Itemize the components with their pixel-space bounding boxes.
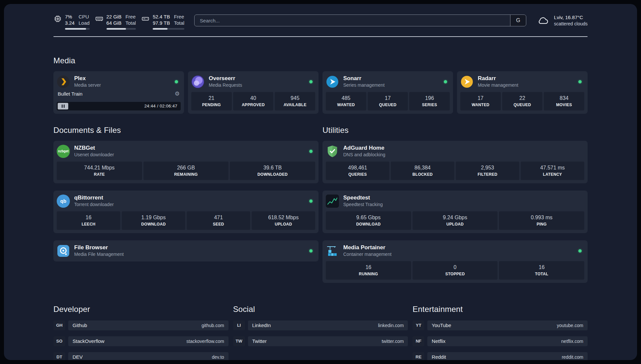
status-dot [578, 80, 582, 83]
nzbget-card-header: nzbget NZBGet Usenet downloader [57, 144, 315, 159]
stat-download: 9.65 Gbps DOWNLOAD [326, 211, 411, 230]
nzbget-card[interactable]: nzbget NZBGet Usenet downloader 744.21 M… [53, 141, 319, 183]
qbittorrent-titles: qBittorrent Torrent downloader [74, 195, 114, 207]
stat-blocked: 86,384 BLOCKED [391, 162, 454, 180]
bookmark-twitter[interactable]: TW Twitter twitter.com [233, 336, 408, 346]
stat-total: 16 TOTAL [499, 261, 584, 280]
bookmark-netflix[interactable]: NF Netflix netflix.com [412, 336, 588, 346]
plex-player-bar[interactable]: 24:44 / 02:06:47 [57, 102, 181, 110]
cpu-load: 3.24 [65, 20, 75, 26]
bookmark-domain: reddit.com [562, 354, 583, 360]
service-desc: Speedtest Tracking [343, 202, 383, 207]
speedtest-graph-icon [326, 195, 339, 208]
service-name: NZBGet [74, 145, 114, 151]
overseerr-card-header: Overseerr Media Requests [191, 75, 315, 89]
media-card-grid: Plex Media server Bullet Train ⚙ 24:44 /… [53, 71, 588, 114]
now-playing-time: 24:44 / 02:06:47 [144, 104, 181, 108]
utilities-column: Utilities [322, 126, 588, 283]
stat-queries: 498,461 QUERIES [326, 162, 389, 180]
bookmark-name: YouTube [432, 322, 451, 328]
search-provider-button[interactable]: G [510, 15, 526, 26]
bookmark-domain: netflix.com [561, 339, 583, 344]
service-desc: Movie management [478, 82, 518, 88]
bookmark-domain: github.com [201, 323, 224, 328]
radarr-card[interactable]: Radarr Movie management 17 WANTED 22 QUE… [457, 71, 588, 114]
status-dot [309, 199, 313, 203]
filebrowser-card[interactable]: File Browser Media File Management [53, 240, 319, 261]
bookmark-pill: Twitter twitter.com [248, 336, 408, 346]
service-desc: Media File Management [74, 252, 124, 257]
service-desc: DNS and adblocking [343, 152, 385, 158]
stat-value: 17 [385, 95, 391, 101]
service-name: Overseerr [209, 75, 242, 82]
disk-label-1: Free [174, 14, 184, 20]
stat-label: STOPPED [445, 272, 465, 276]
bookmark-pill: YouTube youtube.com [427, 320, 588, 330]
pause-button[interactable] [58, 103, 68, 109]
gear-icon[interactable]: ⚙ [175, 91, 180, 97]
plex-icon [57, 75, 70, 88]
bookmark-dev[interactable]: DT DEV dev.to [53, 352, 229, 360]
disk-free: 52.4 TB [153, 14, 170, 20]
plex-titles: Plex Media server [74, 75, 101, 88]
cpu-widget: 7% CPU 3.24 Load [53, 14, 90, 30]
plex-card[interactable]: Plex Media server Bullet Train ⚙ 24:44 /… [53, 71, 184, 114]
bookmark-github[interactable]: GH Github github.com [53, 320, 229, 330]
filebrowser-icon [57, 244, 70, 258]
search-input[interactable] [195, 15, 510, 26]
stat-label: UPLOAD [446, 222, 464, 227]
weather-condition: scattered clouds [554, 21, 588, 27]
overseerr-titles: Overseerr Media Requests [209, 75, 242, 88]
section-title-developer: Developer [53, 305, 229, 314]
status-dot [309, 150, 313, 153]
qbittorrent-stats: 16 LEECH 1.19 Gbps DOWNLOAD 471 SEED [57, 211, 315, 230]
bookmark-stackoverflow[interactable]: SO StackOverflow stackoverflow.com [53, 336, 229, 346]
sonarr-titles: Sonarr Series management [343, 75, 384, 88]
stat-approved: 40 APPROVED [233, 92, 274, 110]
radarr-card-header: Radarr Movie management [460, 75, 584, 89]
bookmark-linkedin[interactable]: LI LinkedIn linkedin.com [233, 320, 408, 330]
adguard-card-header: AdGuard Home DNS and adblocking [326, 144, 584, 159]
stat-value: 40 [250, 95, 256, 101]
bookmark-name: Reddit [432, 354, 446, 360]
bookmark-abbr: RE [412, 352, 424, 360]
weather-location: Lviv, 16.87°C [554, 14, 588, 21]
service-desc: Media Requests [209, 82, 242, 88]
sonarr-card[interactable]: Sonarr Series management 485 WANTED 17 Q… [322, 71, 453, 114]
disk-stats: 52.4 TB Free 97.9 TB Total [153, 14, 184, 30]
stat-label: UPLOAD [275, 222, 292, 227]
portainer-card[interactable]: Media Portainer Container management 16 … [322, 240, 588, 283]
stat-movies: 834 MOVIES [544, 92, 584, 110]
now-playing-title: Bullet Train [58, 91, 82, 97]
cpu-percent: 7% [65, 14, 75, 20]
memory-icon [95, 15, 104, 23]
service-name: File Browser [74, 244, 124, 251]
bookmark-youtube[interactable]: YT YouTube youtube.com [412, 320, 588, 330]
stat-series: 196 SERIES [409, 92, 450, 110]
memory-progress-fill [107, 28, 126, 30]
service-name: qBittorrent [74, 195, 114, 201]
stat-value: 498,461 [348, 165, 367, 171]
pause-icon [62, 105, 63, 108]
cpu-progress-fill [65, 28, 86, 30]
stat-label: PING [536, 222, 547, 227]
qbittorrent-card[interactable]: qb qBittorrent Torrent downloader 16 LEE… [53, 191, 319, 233]
bookmark-reddit[interactable]: RE Reddit reddit.com [412, 352, 588, 360]
adguard-card[interactable]: AdGuard Home DNS and adblocking 498,461 … [322, 141, 588, 183]
stat-running: 16 RUNNING [326, 261, 411, 280]
dashboard-panel: 7% CPU 3.24 Load [4, 4, 637, 360]
section-title-media: Media [53, 56, 588, 65]
memory-widget: 22 GiB Free 64 GiB Total [95, 14, 136, 30]
social-group: Social LI LinkedIn linkedin.com TW Twitt… [233, 305, 408, 360]
stat-value: 834 [560, 95, 568, 101]
overseerr-icon [191, 75, 204, 88]
speedtest-card[interactable]: Speedtest Speedtest Tracking 9.65 Gbps D… [322, 191, 588, 233]
bookmark-abbr: GH [53, 320, 65, 330]
stat-latency: 47.571 ms LATENCY [521, 162, 584, 180]
overseerr-card[interactable]: Overseerr Media Requests 21 PENDING 40 A… [188, 71, 319, 114]
stat-ping: 0.993 ms PING [499, 211, 584, 230]
speedtest-stats: 9.65 Gbps DOWNLOAD 9.24 Gbps UPLOAD 0.99… [326, 211, 584, 230]
bookmark-pill: DEV dev.to [68, 352, 229, 360]
search-bar: G [194, 15, 526, 26]
stat-value: 17 [477, 95, 483, 101]
